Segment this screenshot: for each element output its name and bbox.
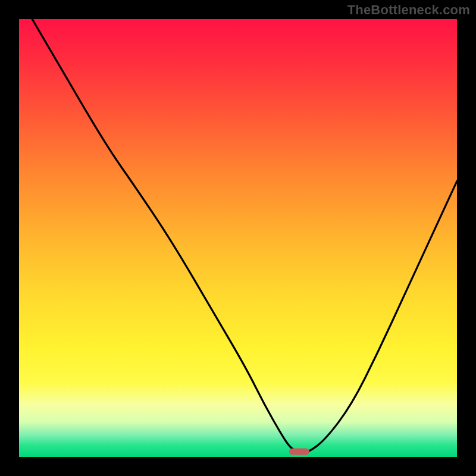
watermark-label: TheBottleneck.com (347, 2, 470, 18)
chart-frame: TheBottleneck.com (0, 0, 476, 476)
plot-area (19, 19, 457, 457)
optimal-marker (289, 449, 309, 455)
bottleneck-curve (19, 19, 457, 457)
